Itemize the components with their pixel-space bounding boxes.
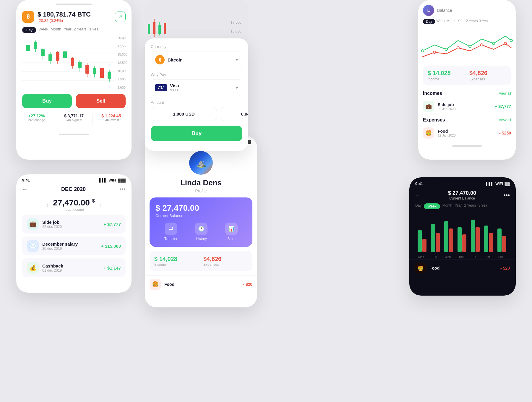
income-label: Income: [428, 77, 465, 81]
dark-food-name: Food: [429, 266, 497, 270]
btc-icon: ₿: [22, 11, 34, 23]
time-income: 9:41: [22, 178, 30, 182]
dark-back-icon[interactable]: ←: [415, 192, 421, 198]
svg-text:Fri: Fri: [473, 255, 476, 259]
why-pay-label: Why Pay: [151, 72, 242, 77]
back-arrow-icon[interactable]: ←: [22, 186, 27, 192]
view-all-incomes[interactable]: View all: [499, 91, 511, 95]
next-month-icon[interactable]: ›: [100, 202, 102, 208]
action-history[interactable]: 🕐 History: [195, 223, 207, 241]
dark-tab-month[interactable]: Month: [442, 203, 452, 209]
tab-month[interactable]: Month: [51, 27, 61, 33]
cashback-list-info: Cashback 01 dec 2019: [42, 263, 100, 273]
prev-month-icon[interactable]: ‹: [46, 202, 48, 208]
svg-rect-25: [71, 58, 74, 66]
svg-rect-71: [502, 236, 506, 252]
dark-more-icon[interactable]: •••: [504, 192, 510, 199]
food-name: Food: [438, 129, 496, 134]
mini-ie-box: $ 14,028 Income $4,826 Expenses: [150, 251, 252, 271]
svg-rect-21: [108, 72, 111, 79]
btc-change: -20,82 (0.24%): [38, 18, 91, 23]
chart-peek-bg: 17,500 15,000: [145, 0, 248, 41]
list-item: 💼 Side job 22 dec 2020 + $7,777: [22, 215, 126, 234]
food-profile-info: Food: [164, 282, 239, 287]
dark-balance-title: $ 27,470.00: [448, 190, 476, 196]
scene: ₿ $ 180,781.74 BTC -20,82 (0.24%) ↗ Day …: [0, 0, 532, 402]
view-all-expenses[interactable]: View all: [499, 118, 511, 122]
tab-day[interactable]: Day: [22, 27, 36, 33]
mini-income-amount: $ 14,028: [154, 256, 199, 262]
line-chart-area: [418, 27, 516, 63]
sell-button[interactable]: Sell: [76, 94, 126, 108]
amount-usd-input[interactable]: [151, 107, 217, 121]
mini-expense-label: Expenses: [203, 262, 248, 267]
fi-tab-2years[interactable]: 2 Years: [466, 19, 478, 24]
status-bar-dark: 9:41 ▌▌▌ WiFi ▓▓: [409, 177, 516, 187]
total-label: Total Income: [53, 208, 95, 212]
expense-item: $4,826 Expenses: [469, 70, 506, 81]
stats-row: +27,12% 24h change $ 3,771.17 24h highes…: [16, 111, 132, 130]
svg-point-44: [469, 45, 471, 48]
side-job-list-info: Side job 22 dec 2020: [42, 220, 100, 229]
month-title: DEC 2020: [61, 186, 86, 192]
home-indicator: [59, 134, 89, 135]
stat-low-label: 24h lowest: [97, 118, 126, 122]
trend-icon[interactable]: ↗: [115, 12, 126, 22]
fi-tab-day[interactable]: Day: [423, 19, 435, 24]
expense-amount: $4,826: [469, 70, 506, 77]
fi-tab-3years[interactable]: 3 Yea: [479, 19, 488, 24]
fi-tab-year[interactable]: Year: [458, 19, 465, 24]
dark-status-icons: ▌▌▌ WiFi ▓▓: [486, 182, 510, 186]
svg-rect-62: [444, 221, 448, 252]
income-amount: $ 14,028: [428, 70, 465, 77]
card-finance: L Balance Day Week Month Year 2 Years 3 …: [418, 0, 516, 160]
crypto-header: ₿ $ 180,781.74 BTC -20,82 (0.24%) ↗: [16, 5, 132, 25]
profile-balance: $ 27,470.00: [155, 203, 246, 213]
fi-tab-week[interactable]: Week: [436, 19, 445, 24]
stat-high: $ 3,771.17 24h highest: [59, 114, 88, 125]
action-transfer[interactable]: ⇄ Transfer: [164, 223, 177, 241]
tab-week[interactable]: Week: [38, 27, 48, 33]
action-stats[interactable]: 📊 Stats: [225, 223, 238, 241]
svg-rect-60: [431, 224, 435, 252]
svg-rect-23: [56, 52, 59, 61]
food-expense-item: 🍔 Food - $20: [145, 275, 257, 293]
dark-tab-week[interactable]: Week: [424, 203, 440, 209]
more-dots-icon[interactable]: •••: [119, 186, 126, 193]
dark-balance-label: Current Balance: [448, 196, 476, 200]
dark-tab-year[interactable]: Year: [455, 203, 462, 209]
stat-high-val: $ 3,771.17: [59, 114, 88, 118]
fi-tab-month[interactable]: Month: [447, 19, 456, 24]
dark-chart-svg: Mon Tue Wed Thu Fri Sat Sun: [412, 212, 513, 260]
svg-rect-29: [100, 68, 104, 78]
dark-tab-2years[interactable]: 2 Years: [464, 203, 476, 209]
svg-text:Mon: Mon: [418, 255, 424, 259]
dark-tab-day[interactable]: Day: [415, 203, 421, 209]
stat-change-label: 24h change: [22, 118, 51, 122]
dark-tab-3years[interactable]: 3 Yea: [478, 203, 487, 209]
currency-dropdown[interactable]: ₿ Bitcoin ▾: [151, 51, 242, 68]
dark-tabs: Day Week Month Year 2 Years 3 Yea: [409, 202, 516, 212]
wifi-icon-d: WiFi: [495, 182, 503, 186]
svg-text:Sun: Sun: [498, 255, 504, 259]
transfer-icon: ⇄: [165, 223, 177, 235]
tab-2years[interactable]: 2 Years: [74, 27, 87, 33]
salary-list-date: 20 dec 2019: [42, 247, 98, 251]
buy-bitcoin-button[interactable]: Buy: [151, 126, 242, 141]
mini-income-label: Income: [154, 262, 199, 267]
buy-button[interactable]: Buy: [22, 94, 72, 108]
payment-name: Visa: [170, 83, 236, 88]
candlestick-chart-area: 20,00017,50015,000 12,50010,0007,5005,00…: [16, 36, 132, 89]
svg-text:Wed: Wed: [445, 255, 451, 259]
amount-btc-input[interactable]: [220, 107, 248, 121]
svg-text:15,000: 15,000: [231, 29, 241, 33]
tab-3years[interactable]: 3 Yea: [89, 27, 99, 33]
total-amount: 27,470.00 $: [53, 198, 95, 208]
svg-point-50: [504, 42, 507, 45]
cashback-list-name: Cashback: [42, 263, 100, 268]
btc-price: $ 180,781.74 BTC: [38, 11, 91, 18]
payment-dropdown[interactable]: VISA Visa *6000 ▾: [151, 79, 242, 96]
tab-year[interactable]: Year: [64, 27, 71, 33]
total-income-row: ‹ 27,470.00 $ Total Income ›: [16, 196, 132, 212]
food-profile-icon: 🍔: [150, 279, 161, 290]
